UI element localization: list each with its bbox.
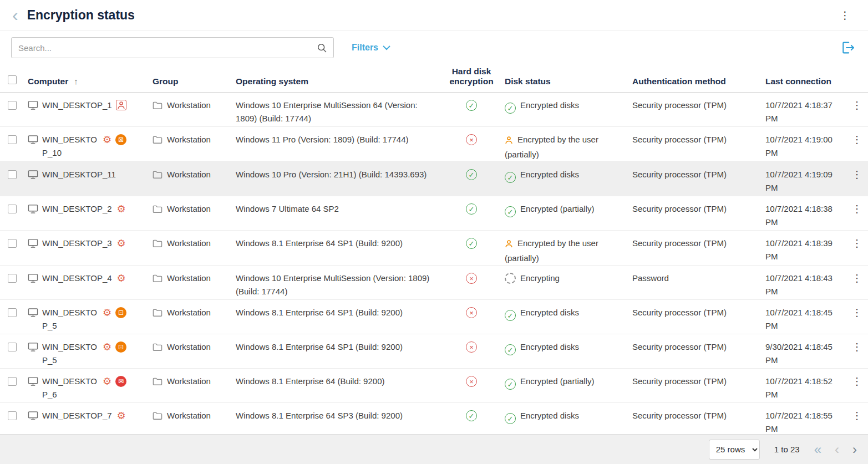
computer-name: WIN_DESKTOP_10 — [42, 133, 98, 160]
user-encrypted-icon — [505, 238, 513, 252]
operating-system: Windows 7 Ultimate 64 SP2 — [230, 196, 444, 230]
computer-icon — [28, 411, 38, 421]
prev-page-icon[interactable]: ‹ — [835, 443, 839, 456]
encrypted-ok-icon: ✓ — [505, 172, 516, 183]
computer-name: WIN_DESKTOP_7 — [42, 409, 112, 422]
row-checkbox[interactable] — [8, 135, 17, 144]
computer-badges: ⚙ — [116, 203, 127, 215]
authentication-method: Security processor (TPM) — [627, 368, 760, 402]
disk-status-text: Encrypted by the user (partially) — [505, 135, 598, 159]
first-page-icon[interactable]: « — [814, 443, 821, 456]
settings-gear-icon: ⚙ — [116, 203, 127, 215]
row-checkbox[interactable] — [8, 274, 17, 283]
sort-asc-icon[interactable]: ↑ — [74, 77, 78, 86]
filters-button[interactable]: Filters — [352, 43, 390, 53]
col-last-connection[interactable]: Last connection — [760, 64, 843, 92]
hde-status-icon: × — [466, 307, 477, 318]
table-row[interactable]: WIN_DESKTOP_2 ⚙ Workstation Windows 7 Ul… — [0, 196, 868, 230]
row-checkbox[interactable] — [8, 377, 17, 386]
row-menu-icon[interactable]: ⋮ — [849, 100, 865, 111]
search-icon[interactable] — [316, 42, 328, 54]
export-icon[interactable] — [839, 39, 857, 57]
authentication-method: Security processor (TPM) — [627, 196, 760, 230]
computer-badges: ⚙⊠ — [101, 134, 126, 145]
computer-name: WIN_DESKTOP_2 — [42, 202, 112, 216]
operating-system: Windows 8.1 Enterprise 64 (Build: 9200) — [230, 368, 444, 402]
authentication-method: Security processor (TPM) — [627, 92, 760, 126]
row-menu-icon[interactable]: ⋮ — [849, 134, 865, 145]
operating-system: Windows 8.1 Enterprise 64 SP1 (Build: 92… — [230, 230, 444, 265]
table-header-row: Computer↑ Group Operating system Hard di… — [0, 64, 868, 92]
disk-status-text: Encrypted disks — [520, 411, 579, 420]
hde-status-icon: × — [466, 134, 477, 145]
table-row[interactable]: WIN_DESKTOP_11 Workstation Windows 10 Pr… — [0, 161, 868, 196]
table-row[interactable]: WIN_DESKTOP_4 ⚙ Workstation Windows 10 E… — [0, 265, 868, 299]
encrypted-ok-icon: ✓ — [505, 206, 516, 217]
group-name: Workstation — [167, 168, 211, 181]
hde-status-icon: ✓ — [466, 169, 477, 180]
hde-status-icon: ✓ — [466, 410, 477, 421]
rows-per-page-select[interactable]: 25 rows — [709, 440, 760, 460]
settings-gear-icon: ⚙ — [116, 410, 127, 421]
settings-gear-icon: ⚙ — [116, 238, 127, 249]
row-checkbox[interactable] — [8, 308, 17, 317]
settings-gear-icon: ⚙ — [101, 376, 113, 387]
computer-name: WIN_DESKTOP_4 — [42, 272, 112, 285]
page-menu-icon[interactable]: ⋮ — [834, 7, 856, 24]
table-row[interactable]: WIN_DESKTOP_3 ⚙ Workstation Windows 8.1 … — [0, 230, 868, 265]
operating-system: Windows 10 Pro (Version: 21H1) (Build: 1… — [230, 161, 444, 196]
table-row[interactable]: WIN_DESKTOP_10 ⚙⊠ Workstation Windows 11… — [0, 126, 868, 161]
table-row[interactable]: WIN_DESKTOP_5 ⚙⊡ Workstation Windows 8.1… — [0, 299, 868, 334]
row-checkbox[interactable] — [8, 170, 17, 179]
disk-status-text: Encrypted (partially) — [520, 204, 594, 213]
row-checkbox[interactable] — [8, 411, 17, 420]
group-name: Workstation — [167, 375, 211, 388]
authentication-method: Security processor (TPM) — [627, 402, 760, 434]
pager: « ‹ › — [814, 443, 857, 456]
row-menu-icon[interactable]: ⋮ — [849, 376, 865, 387]
col-operating-system[interactable]: Operating system — [230, 64, 444, 92]
col-hard-disk-encryption[interactable]: Hard disk encryption — [444, 64, 499, 92]
back-icon[interactable]: ‹ — [12, 7, 18, 23]
row-checkbox[interactable] — [8, 343, 17, 351]
table-row[interactable]: WIN_DESKTOP_7 ⚙ Workstation Windows 8.1 … — [0, 402, 868, 434]
col-authentication-method[interactable]: Authentication method — [627, 64, 760, 92]
row-menu-icon[interactable]: ⋮ — [849, 238, 865, 249]
table-row[interactable]: WIN_DESKTOP_6 ⚙✉ Workstation Windows 8.1… — [0, 368, 868, 402]
user-account-icon — [116, 100, 126, 110]
col-disk-status[interactable]: Disk status — [499, 64, 627, 92]
last-connection: 10/7/2021 4:18:45 PM — [760, 299, 843, 334]
operating-system: Windows 10 Enterprise MultiSession 64 (V… — [230, 92, 444, 126]
search-input[interactable] — [12, 43, 316, 53]
authentication-method: Security processor (TPM) — [627, 161, 760, 196]
encrypted-ok-icon: ✓ — [505, 413, 516, 424]
hde-status-icon: ✓ — [466, 238, 477, 249]
last-connection: 10/7/2021 4:18:38 PM — [760, 196, 843, 230]
row-menu-icon[interactable]: ⋮ — [849, 273, 865, 284]
row-menu-icon[interactable]: ⋮ — [849, 307, 865, 318]
col-computer[interactable]: Computer↑ — [22, 64, 147, 92]
settings-gear-icon: ⚙ — [101, 341, 113, 353]
folder-icon — [153, 308, 163, 317]
col-group[interactable]: Group — [147, 64, 230, 92]
row-menu-icon[interactable]: ⋮ — [849, 341, 865, 353]
folder-icon — [153, 411, 163, 420]
last-connection: 10/7/2021 4:18:43 PM — [760, 265, 843, 299]
computer-name: WIN_DESKTOP_11 — [42, 168, 116, 181]
row-menu-icon[interactable]: ⋮ — [849, 410, 865, 421]
row-checkbox[interactable] — [8, 101, 17, 110]
select-all-checkbox[interactable] — [8, 75, 17, 84]
operating-system: Windows 8.1 Enterprise 64 SP3 (Build: 92… — [230, 402, 444, 434]
toolbar: Filters — [0, 31, 868, 64]
table-row[interactable]: WIN_DESKTOP_1 Workstation Windows 10 Ent… — [0, 92, 868, 126]
row-checkbox[interactable] — [8, 205, 17, 213]
alert-orange-box-icon: ⊡ — [115, 341, 126, 353]
table-row[interactable]: WIN_DESKTOP_5 ⚙⊡ Workstation Windows 8.1… — [0, 334, 868, 368]
encrypting-spinner-icon — [505, 273, 516, 284]
row-menu-icon[interactable]: ⋮ — [849, 169, 865, 180]
row-menu-icon[interactable]: ⋮ — [849, 203, 865, 215]
row-checkbox[interactable] — [8, 239, 17, 248]
pagination-range: 1 to 23 — [774, 445, 800, 454]
next-page-icon[interactable]: › — [852, 443, 857, 456]
folder-icon — [153, 238, 163, 248]
